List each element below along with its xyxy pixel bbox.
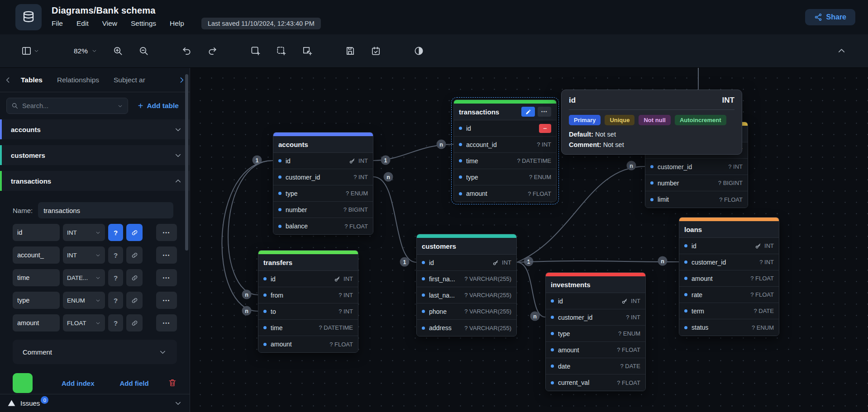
- table-field-row[interactable]: customer_id? INT: [546, 309, 645, 326]
- sidebar-table-item-transactions[interactable]: transactions: [0, 171, 190, 191]
- layout-menu-button[interactable]: [19, 43, 42, 58]
- field-name-input[interactable]: [13, 246, 60, 264]
- zoom-level-select[interactable]: 82%: [70, 45, 100, 57]
- table-field-row[interactable]: current_val? FLOAT: [546, 374, 645, 391]
- field-type-select[interactable]: INT: [63, 246, 105, 264]
- nullable-toggle[interactable]: ?: [108, 224, 123, 241]
- field-menu-button[interactable]: •••: [156, 269, 177, 286]
- canvas-table-customers[interactable]: customersidINTfirst_na...? VARCHAR(255)l…: [416, 234, 517, 336]
- tabs-scroll-right-icon[interactable]: [177, 76, 186, 85]
- table-field-row[interactable]: to? INT: [258, 303, 358, 320]
- table-field-row[interactable]: address? VARCHAR(255): [417, 320, 516, 336]
- menu-item-file[interactable]: File: [52, 19, 63, 28]
- table-field-row[interactable]: idINT: [417, 255, 516, 271]
- table-field-row[interactable]: idINT: [273, 153, 373, 169]
- theme-contrast-button[interactable]: [411, 43, 426, 58]
- table-color-swatch[interactable]: [13, 373, 33, 393]
- table-field-row[interactable]: idINT: [258, 271, 358, 287]
- add-note-button[interactable]: [300, 43, 315, 58]
- canvas-table-accounts[interactable]: accountsidINTcustomer_id? INTtype? ENUMn…: [273, 132, 373, 235]
- table-field-row[interactable]: time? DATETIME: [258, 320, 358, 336]
- tab-subject-areas[interactable]: Subject ar: [107, 71, 152, 89]
- add-table-sidebar-button[interactable]: + Add table: [134, 99, 183, 113]
- table-field-row[interactable]: time? DATETIME: [454, 153, 556, 169]
- primary-key-toggle[interactable]: [126, 269, 143, 286]
- table-field-row[interactable]: id−: [454, 120, 556, 137]
- table-field-row[interactable]: amount? FLOAT: [454, 185, 556, 202]
- table-field-row[interactable]: customer_id? INT: [645, 159, 748, 175]
- app-logo[interactable]: [15, 4, 42, 30]
- table-field-row[interactable]: number? BIGINT: [645, 175, 748, 191]
- canvas-table-transactions[interactable]: transactions•••id−account_id? INTtime? D…: [453, 99, 557, 202]
- table-field-row[interactable]: last_na...? VARCHAR(255): [417, 287, 516, 303]
- table-name-input[interactable]: [38, 202, 173, 218]
- table-field-row[interactable]: account_id? INT: [454, 137, 556, 153]
- canvas-table-loans[interactable]: loansidINTcustomer_id? INTamount? FLOATr…: [679, 217, 779, 336]
- table-field-row[interactable]: idINT: [546, 293, 645, 309]
- field-type-select[interactable]: DATE...: [63, 269, 105, 286]
- table-header[interactable]: investments: [546, 276, 645, 293]
- table-field-row[interactable]: amount? FLOAT: [258, 336, 358, 352]
- nullable-toggle[interactable]: ?: [108, 246, 123, 264]
- nullable-toggle[interactable]: ?: [108, 314, 123, 331]
- table-field-row[interactable]: amount? FLOAT: [546, 342, 645, 358]
- primary-key-toggle[interactable]: [126, 292, 143, 309]
- table-field-row[interactable]: status? ENUM: [679, 319, 779, 336]
- search-box[interactable]: [6, 98, 128, 114]
- tab-tables[interactable]: Tables: [14, 71, 49, 89]
- table-field-row[interactable]: customer_id? INT: [273, 169, 373, 185]
- share-button[interactable]: Share: [805, 9, 855, 25]
- add-table-button[interactable]: [248, 43, 263, 58]
- table-field-row[interactable]: type? ENUM: [454, 169, 556, 185]
- delete-field-button[interactable]: −: [539, 124, 551, 133]
- collapse-toolbar-button[interactable]: [834, 43, 849, 58]
- sidebar-table-item-customers[interactable]: customers: [0, 145, 190, 165]
- table-header[interactable]: transfers: [258, 254, 358, 271]
- add-index-button[interactable]: Add index: [62, 379, 95, 387]
- menu-item-help[interactable]: Help: [170, 19, 184, 28]
- table-field-row[interactable]: customer_id? INT: [679, 254, 779, 270]
- undo-button[interactable]: [179, 43, 194, 58]
- delete-table-button[interactable]: [168, 378, 177, 388]
- redo-button[interactable]: [205, 43, 220, 58]
- field-type-select[interactable]: FLOAT: [63, 314, 105, 331]
- table-field-row[interactable]: from? INT: [258, 287, 358, 303]
- diagram-canvas[interactable]: 1n1nn1n1nnn accountsidINTcustomer_id? IN…: [190, 68, 868, 412]
- primary-key-toggle[interactable]: [126, 246, 143, 264]
- edit-table-button[interactable]: [521, 107, 535, 117]
- table-field-row[interactable]: type? ENUM: [273, 185, 373, 202]
- table-header[interactable]: transactions•••: [454, 104, 556, 120]
- nullable-toggle[interactable]: ?: [108, 292, 123, 309]
- table-field-row[interactable]: type? ENUM: [546, 326, 645, 342]
- table-field-row[interactable]: rate? FLOAT: [679, 287, 779, 303]
- table-field-row[interactable]: first_na...? VARCHAR(255): [417, 271, 516, 287]
- field-menu-button[interactable]: •••: [156, 224, 177, 241]
- primary-key-toggle[interactable]: [126, 314, 143, 331]
- table-field-row[interactable]: amount? FLOAT: [679, 270, 779, 287]
- menu-item-view[interactable]: View: [102, 19, 117, 28]
- canvas-table-investments[interactable]: investmentsidINTcustomer_id? INTtype? EN…: [545, 272, 646, 391]
- zoom-in-button[interactable]: [110, 43, 125, 58]
- search-input[interactable]: [22, 102, 114, 109]
- sidebar-scrollbar[interactable]: [185, 74, 188, 251]
- canvas-table-transfers[interactable]: transfersidINTfrom? INTto? INTtime? DATE…: [258, 250, 358, 353]
- tabs-scroll-left-icon[interactable]: [4, 76, 13, 85]
- save-button[interactable]: [343, 43, 358, 58]
- table-header[interactable]: loans: [679, 221, 779, 238]
- nullable-toggle[interactable]: ?: [108, 269, 123, 286]
- field-menu-button[interactable]: •••: [156, 314, 177, 331]
- table-field-row[interactable]: term? DATE: [679, 303, 779, 319]
- todo-button[interactable]: [368, 43, 383, 58]
- primary-key-toggle[interactable]: [126, 224, 143, 241]
- add-area-button[interactable]: [274, 43, 289, 58]
- sidebar-table-item-accounts[interactable]: accounts: [0, 119, 190, 139]
- table-field-row[interactable]: phone? VARCHAR(255): [417, 303, 516, 320]
- table-field-row[interactable]: date? DATE: [546, 358, 645, 374]
- issues-bar[interactable]: Issues 0: [0, 394, 190, 412]
- table-field-row[interactable]: number? BIGINT: [273, 202, 373, 218]
- tab-relationships[interactable]: Relationships: [51, 71, 105, 89]
- table-header[interactable]: accounts: [273, 136, 373, 153]
- add-field-button[interactable]: Add field: [120, 379, 149, 387]
- zoom-out-button[interactable]: [136, 43, 151, 58]
- field-name-input[interactable]: [13, 314, 60, 331]
